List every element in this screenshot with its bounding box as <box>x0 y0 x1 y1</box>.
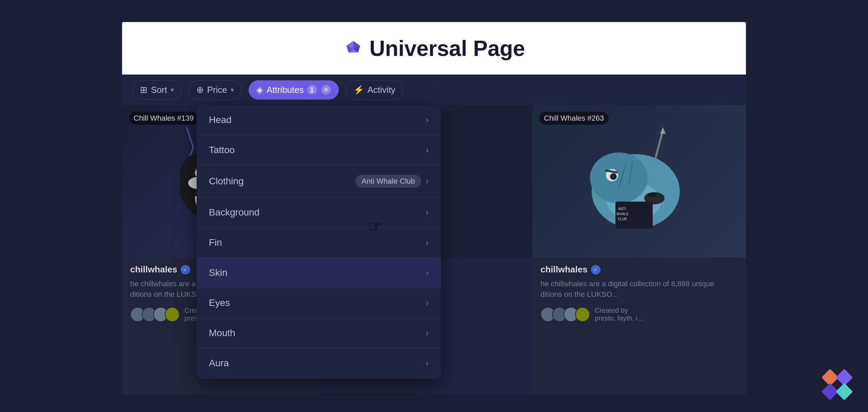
dropdown-tattoo-chevron: › <box>426 145 429 155</box>
dropdown-background-chevron: › <box>426 208 429 217</box>
bottom-logo <box>824 371 851 398</box>
dropdown-item-mouth[interactable]: Mouth › <box>197 318 441 348</box>
sort-chevron-icon: ▾ <box>171 86 174 94</box>
svg-text:ANTI: ANTI <box>618 207 626 211</box>
attributes-close-icon[interactable]: ✕ <box>321 85 331 95</box>
anti-whale-club-badge: Anti Whale Club <box>355 175 421 188</box>
dropdown-label-head: Head <box>209 115 232 125</box>
card-right-avatars <box>540 307 590 322</box>
dropdown-skin-chevron: › <box>426 268 429 277</box>
main-container: Universal Page ⊞ Sort ▾ ⊕ Price ▾ ◈ Attr… <box>122 22 746 395</box>
activity-button[interactable]: ⚡ Activity <box>346 80 403 100</box>
dropdown-mouth-chevron: › <box>426 328 429 338</box>
dropdown-aura-chevron: › <box>426 358 429 368</box>
svg-point-21 <box>590 152 648 203</box>
dropdown-item-background[interactable]: Background › <box>197 198 441 228</box>
toolbar: ⊞ Sort ▾ ⊕ Price ▾ ◈ Attributes 1 ✕ ⚡ Ac… <box>122 75 746 105</box>
logo-container: Universal Page <box>343 36 525 61</box>
dropdown-background-right: › <box>426 208 429 217</box>
card-left-title: chillwhales <box>130 264 177 275</box>
sort-icon: ⊞ <box>140 85 147 95</box>
attributes-label: Attributes <box>267 85 304 95</box>
card-right: Chill Whales #263 <box>532 105 746 395</box>
dropdown-item-head[interactable]: Head › <box>197 105 441 135</box>
creator-r-names: presto, fayth, i... <box>595 314 643 322</box>
dropdown-label-aura: Aura <box>209 358 229 369</box>
dropdown-label-fin: Fin <box>209 237 222 248</box>
dropdown-skin-right: › <box>426 268 429 277</box>
page-header: Universal Page <box>122 22 746 75</box>
avatar-r4 <box>575 307 590 322</box>
activity-icon: ⚡ <box>353 85 364 95</box>
card-right-creators: Created by presto, fayth, i... <box>540 307 738 322</box>
dropdown-item-clothing[interactable]: Clothing Anti Whale Club › <box>197 165 441 198</box>
dropdown-head-right: › <box>426 115 429 125</box>
attributes-button[interactable]: ◈ Attributes 1 ✕ <box>249 80 339 100</box>
card-right-verified: ✓ <box>591 265 600 274</box>
dropdown-head-chevron: › <box>426 115 429 125</box>
dropdown-eyes-chevron: › <box>426 298 429 308</box>
price-chevron-icon: ▾ <box>231 86 234 94</box>
svg-marker-18 <box>660 127 666 134</box>
dropdown-clothing-right: Anti Whale Club › <box>355 175 429 188</box>
svg-text:CLUB: CLUB <box>618 217 627 221</box>
price-icon: ⊕ <box>196 85 204 95</box>
attributes-count: 1 <box>307 85 317 95</box>
dropdown-aura-right: › <box>426 358 429 368</box>
diamond-grid <box>824 371 851 398</box>
dropdown-label-background: Background <box>209 207 259 218</box>
attributes-icon: ◈ <box>256 85 263 95</box>
card-right-title-row: chillwhales ✓ <box>540 264 738 275</box>
dropdown-label-skin: Skin <box>209 267 227 278</box>
diamond-cyan <box>836 383 853 400</box>
page-title: Universal Page <box>370 36 525 61</box>
dropdown-label-eyes: Eyes <box>209 297 230 308</box>
sort-label: Sort <box>151 85 167 95</box>
dropdown-eyes-right: › <box>426 298 429 308</box>
dropdown-fin-right: › <box>426 238 429 247</box>
content-area: Chill Whales #139 <box>122 105 746 395</box>
dropdown-item-tattoo[interactable]: Tattoo › <box>197 135 441 165</box>
avatar-4 <box>165 307 180 322</box>
attributes-dropdown: Head › Tattoo › Clothing Anti Whale Club… <box>197 105 441 378</box>
card-right-badge: Chill Whales #263 <box>539 112 609 125</box>
card-left-verified: ✓ <box>181 265 190 274</box>
logo-icon <box>343 38 363 59</box>
dropdown-label-clothing: Clothing <box>209 176 244 187</box>
svg-point-23 <box>610 173 617 180</box>
price-button[interactable]: ⊕ Price ▾ <box>189 80 242 100</box>
sort-button[interactable]: ⊞ Sort ▾ <box>132 80 182 100</box>
card-right-description: he chillwhales are a digital collection … <box>540 279 738 300</box>
dropdown-tattoo-right: › <box>426 145 429 155</box>
card-left-badge: Chill Whales #139 <box>129 112 198 125</box>
card-right-creator-text: Created by presto, fayth, i... <box>595 307 643 322</box>
svg-line-0 <box>186 127 193 147</box>
dropdown-clothing-chevron: › <box>426 177 429 186</box>
dropdown-item-fin[interactable]: Fin › <box>197 228 441 258</box>
whale-right-svg: ANTI WHALE CLUB <box>581 120 697 242</box>
card-left-avatars <box>130 307 180 322</box>
card-right-title: chillwhales <box>540 264 588 275</box>
created-by-r-label: Created by <box>595 307 643 314</box>
dropdown-label-tattoo: Tattoo <box>209 145 235 156</box>
price-label: Price <box>207 85 227 95</box>
svg-rect-28 <box>648 193 656 197</box>
dropdown-mouth-right: › <box>426 328 429 338</box>
card-right-image: Chill Whales #263 <box>532 105 746 258</box>
dropdown-fin-chevron: › <box>426 238 429 247</box>
activity-label: Activity <box>368 85 395 95</box>
card-right-info: chillwhales ✓ he chillwhales are a digit… <box>532 258 746 329</box>
dropdown-item-skin[interactable]: Skin › <box>197 258 441 288</box>
dropdown-item-eyes[interactable]: Eyes › <box>197 288 441 318</box>
dropdown-item-aura[interactable]: Aura › <box>197 348 441 378</box>
svg-text:WHALE: WHALE <box>616 212 629 216</box>
dropdown-label-mouth: Mouth <box>209 328 235 338</box>
